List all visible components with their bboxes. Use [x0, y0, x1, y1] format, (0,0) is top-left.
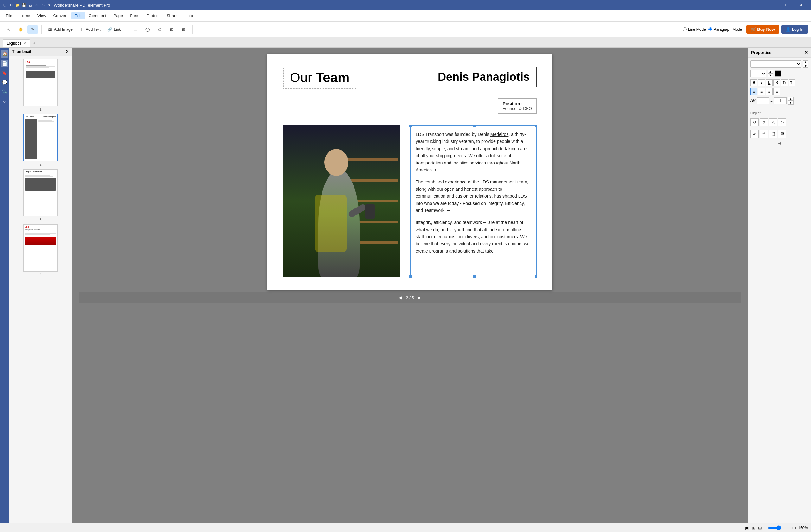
- thumbnail-page-3[interactable]: Project Description 3: [11, 169, 70, 222]
- log-in-button[interactable]: 👤 Log In: [781, 25, 808, 34]
- menu-form[interactable]: Form: [127, 12, 142, 19]
- underline-button[interactable]: U: [766, 79, 773, 86]
- minimize-button[interactable]: ─: [765, 0, 779, 10]
- poly-tool-button[interactable]: ⬠: [154, 25, 165, 34]
- font-name-select[interactable]: [750, 60, 801, 68]
- bookmark-sidebar-icon[interactable]: 🔖: [1, 69, 8, 77]
- window-controls: ─ □ ✕: [765, 0, 809, 10]
- font-size-down-button[interactable]: ▼: [768, 74, 773, 77]
- rect-tool-button[interactable]: ▭: [130, 25, 141, 34]
- font-size-select[interactable]: [750, 70, 766, 77]
- align-justify-button[interactable]: ≡: [773, 88, 780, 95]
- maximize-button[interactable]: □: [779, 0, 794, 10]
- menu-file[interactable]: File: [2, 12, 16, 19]
- zoom-in-icon[interactable]: +: [795, 526, 797, 530]
- menu-view[interactable]: View: [34, 12, 49, 19]
- font-down-button[interactable]: ▼: [803, 64, 809, 68]
- folder-open-icon[interactable]: 📁: [15, 2, 20, 7]
- paragraph-mode-input[interactable]: [708, 27, 713, 31]
- line-mode-radio[interactable]: Line Mode: [683, 27, 706, 32]
- align-right-button[interactable]: ≡: [766, 88, 773, 95]
- thumbnail-page-1[interactable]: LDS 1: [11, 59, 70, 111]
- line-spacing-down[interactable]: ▼: [788, 101, 794, 105]
- menu-share[interactable]: Share: [164, 12, 181, 19]
- menu-help[interactable]: Help: [182, 12, 196, 19]
- insert-tool-group: 🖼 Add Image T Add Text 🔗 Link: [45, 25, 124, 34]
- close-button[interactable]: ✕: [794, 0, 809, 10]
- flip-h-button[interactable]: ▷: [778, 118, 786, 126]
- zoom-out-icon[interactable]: −: [764, 526, 767, 530]
- header-tool-button[interactable]: ⊡: [166, 25, 177, 34]
- single-page-view-icon[interactable]: ▣: [745, 525, 749, 530]
- our-team-box[interactable]: Our Our Team Team: [283, 66, 356, 89]
- text-color-swatch[interactable]: [775, 70, 781, 77]
- thumbnail-close-icon[interactable]: ✕: [65, 49, 69, 54]
- double-page-view-icon[interactable]: ⊞: [752, 525, 755, 530]
- properties-close-icon[interactable]: ✕: [804, 50, 808, 55]
- char-spacing-input[interactable]: [756, 97, 769, 104]
- image-replace-button[interactable]: 🖼: [778, 130, 786, 138]
- link-button[interactable]: 🔗 Link: [105, 25, 124, 34]
- properties-collapse[interactable]: ◀: [750, 141, 809, 146]
- paragraph-mode-radio[interactable]: Paragraph Mode: [708, 27, 742, 32]
- rotate-ccw-button[interactable]: ↺: [750, 118, 759, 126]
- hand-tool-button[interactable]: ✋: [15, 25, 26, 34]
- multi-page-view-icon[interactable]: ⊟: [758, 525, 762, 530]
- file-new-icon[interactable]: 🗋: [9, 2, 14, 7]
- pdf-text-box[interactable]: LDS Transport was founded by Denis Medei…: [410, 125, 537, 277]
- page-sidebar-icon[interactable]: 📄: [1, 60, 8, 67]
- comment-sidebar-icon[interactable]: 💬: [1, 79, 8, 86]
- menu-page[interactable]: Page: [110, 12, 126, 19]
- next-page-button[interactable]: ▶: [418, 295, 421, 300]
- align-left-button[interactable]: ≡: [750, 88, 758, 95]
- ellipse-tool-button[interactable]: ◯: [142, 25, 153, 34]
- add-tab-button[interactable]: +: [30, 39, 38, 47]
- edit-text-button[interactable]: ✎: [27, 25, 38, 34]
- menu-convert[interactable]: Convert: [50, 12, 71, 19]
- image-icon: 🖼: [47, 27, 53, 32]
- pdf-name-box[interactable]: Denis Panagiotis: [431, 66, 537, 88]
- position-box[interactable]: Position : Founder & CEO: [498, 98, 537, 114]
- superscript-button[interactable]: T↑: [781, 79, 788, 86]
- thumbnail-page-4[interactable]: LDS Acceptance of Quote 4: [11, 224, 70, 277]
- font-up-button[interactable]: ▲: [803, 60, 809, 64]
- menu-protect[interactable]: Protect: [143, 12, 163, 19]
- add-text-button[interactable]: T Add Text: [76, 25, 103, 34]
- italic-button[interactable]: I: [758, 79, 765, 86]
- footer-tool-button[interactable]: ⊟: [178, 25, 189, 34]
- menu-home[interactable]: Home: [16, 12, 34, 19]
- signature-sidebar-icon[interactable]: ○: [1, 97, 8, 105]
- menu-edit[interactable]: Edit: [71, 12, 85, 19]
- dropdown-icon[interactable]: ▾: [47, 2, 52, 7]
- prev-page-button[interactable]: ◀: [399, 295, 402, 300]
- zoom-slider[interactable]: [768, 525, 793, 530]
- align-bottom-left-button[interactable]: ⬐: [750, 130, 759, 138]
- select-tool-button[interactable]: ↖: [3, 25, 14, 34]
- tab-close-icon[interactable]: ✕: [24, 42, 26, 46]
- flip-v-button[interactable]: △: [769, 118, 777, 126]
- add-image-button[interactable]: 🖼 Add Image: [45, 25, 75, 34]
- spacing-label: AV: [750, 98, 755, 103]
- menu-comment[interactable]: Comment: [86, 12, 110, 19]
- redo-icon[interactable]: ↪: [41, 2, 46, 7]
- line-spacing-up[interactable]: ▲: [788, 97, 794, 101]
- font-size-up-button[interactable]: ▲: [768, 70, 773, 74]
- undo-icon[interactable]: ↩: [34, 2, 39, 7]
- buy-now-button[interactable]: 🛒 Buy Now: [746, 25, 779, 34]
- line-spacing-input[interactable]: [774, 97, 786, 104]
- print-icon[interactable]: 🖨: [28, 2, 33, 7]
- subscript-button[interactable]: T↓: [789, 79, 795, 86]
- line-mode-input[interactable]: [683, 27, 687, 31]
- bold-button[interactable]: B: [750, 79, 758, 86]
- attachment-sidebar-icon[interactable]: 📎: [1, 88, 8, 96]
- tab-logistics[interactable]: Logistics ✕: [2, 39, 30, 47]
- align-bottom-right-button[interactable]: ⬏: [760, 130, 768, 138]
- crop-button[interactable]: ⬚: [769, 130, 777, 138]
- save-icon[interactable]: 💾: [21, 2, 27, 7]
- align-center-button[interactable]: ≡: [758, 88, 765, 95]
- thumbnail-page-2[interactable]: Our Team Denis Panagiotis: [11, 114, 70, 166]
- rotate-cw-button[interactable]: ↻: [760, 118, 768, 126]
- home-sidebar-icon[interactable]: 🏠: [1, 50, 8, 58]
- strikethrough-button[interactable]: S: [773, 79, 780, 86]
- main-area: 🏠 📄 🔖 💬 📎 ○ Thumbnail ✕ LDS: [0, 47, 811, 523]
